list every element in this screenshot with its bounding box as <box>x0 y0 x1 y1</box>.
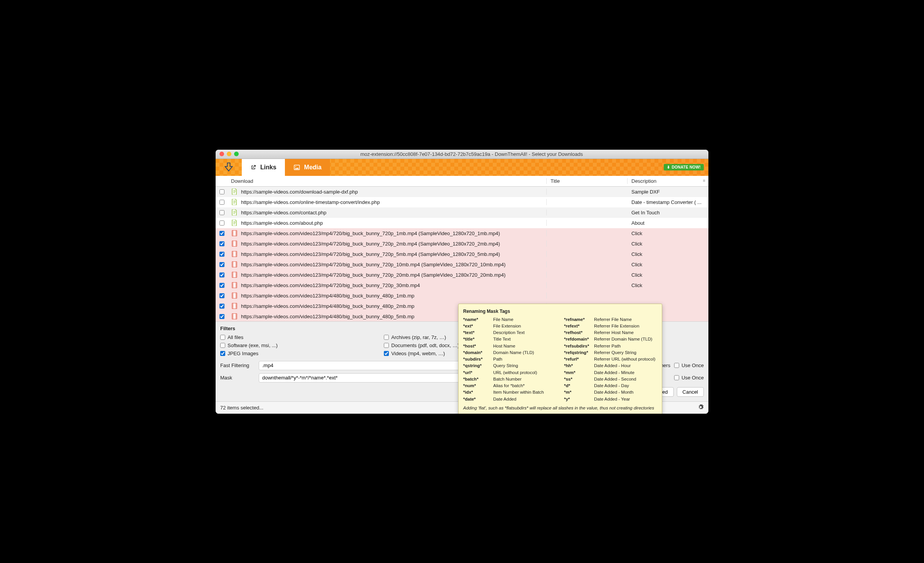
filter-checkbox[interactable] <box>220 343 225 348</box>
tooltip-tag-desc: Alias for *batch* <box>493 383 525 389</box>
tooltip-tag-desc: Domain Name (TLD) <box>493 349 534 356</box>
tooltip-tag: *y* <box>564 396 594 403</box>
tooltip-tag-desc: Referrer Host Name <box>594 329 634 336</box>
row-description: Click <box>628 231 708 236</box>
row-description: Get In Touch <box>628 210 708 216</box>
column-description-header[interactable]: Description ≡ <box>628 178 708 184</box>
filter-item[interactable]: All files <box>220 334 376 340</box>
row-url: https://sample-videos.com/video123/mp4/7… <box>241 251 500 257</box>
tooltip-tag: *refqstring* <box>564 349 594 356</box>
table-row[interactable]: https://sample-videos.com/video123/mp4/7… <box>216 259 708 270</box>
video-file-icon <box>232 292 239 299</box>
row-checkbox[interactable] <box>219 262 224 267</box>
mask-use-once-checkbox[interactable] <box>674 375 679 380</box>
table-row[interactable]: https://sample-videos.com/video123/mp4/7… <box>216 270 708 280</box>
renaming-mask-tooltip: Renaming Mask Tags *name*File Name*ext*F… <box>458 304 662 414</box>
close-window-button[interactable] <box>219 152 224 156</box>
filter-label: Videos (mp4, webm, …) <box>391 351 445 356</box>
filter-checkbox[interactable] <box>384 335 389 340</box>
row-url: https://sample-videos.com/about.php <box>241 220 323 226</box>
tooltip-tag: *num* <box>463 383 493 389</box>
fast-filter-use-once-checkbox[interactable] <box>674 363 679 368</box>
row-url: https://sample-videos.com/video123/mp4/7… <box>241 231 500 236</box>
image-icon <box>293 164 300 171</box>
row-checkbox[interactable] <box>219 293 224 298</box>
tooltip-tag: *qstring* <box>463 363 493 369</box>
download-icon: ⬇ <box>667 165 670 169</box>
row-description: Sample DXF <box>628 189 708 195</box>
row-checkbox[interactable] <box>219 189 224 194</box>
row-url: https://sample-videos.com/video123/mp4/7… <box>241 262 506 267</box>
filter-item[interactable]: Software (exe, msi, ...) <box>220 342 376 348</box>
tooltip-tag-desc: Date Added - Month <box>594 389 633 396</box>
tooltip-tag-row: *refurl*Referrer URL (without protocol) <box>564 356 657 363</box>
filter-label: Documents (pdf, odt, docx, …) <box>391 342 459 348</box>
table-row[interactable]: https://sample-videos.com/about.phpAbout <box>216 218 708 228</box>
settings-gear-icon[interactable] <box>698 404 704 411</box>
tab-media[interactable]: Media <box>285 159 330 176</box>
row-checkbox[interactable] <box>219 231 224 236</box>
row-description: Click <box>628 272 708 278</box>
row-checkbox[interactable] <box>219 272 224 277</box>
tooltip-tag: *subdirs* <box>463 356 493 363</box>
tab-links-label: Links <box>260 164 276 171</box>
tooltip-tag-desc: Date Added - Day <box>594 383 629 389</box>
table-row[interactable]: https://sample-videos.com/video123/mp4/7… <box>216 239 708 249</box>
table-row[interactable]: https://sample-videos.com/video123/mp4/7… <box>216 249 708 259</box>
tab-links[interactable]: Links <box>242 159 285 176</box>
tooltip-tag-row: *mm*Date Added - Minute <box>564 369 657 376</box>
row-url: https://sample-videos.com/video123/mp4/4… <box>241 293 414 299</box>
filter-checkbox[interactable] <box>220 335 225 340</box>
tooltip-tag: *ss* <box>564 376 594 383</box>
tooltip-tag-desc: Referrer File Name <box>594 316 632 323</box>
video-file-icon <box>232 282 239 288</box>
table-body[interactable]: https://sample-videos.com/download-sampl… <box>216 187 708 321</box>
video-file-icon <box>232 272 239 278</box>
table-row[interactable]: https://sample-videos.com/contact.phpGet… <box>216 207 708 218</box>
column-download-header[interactable]: Download <box>228 178 547 184</box>
table-row[interactable]: https://sample-videos.com/video123/mp4/4… <box>216 291 708 301</box>
minimize-window-button[interactable] <box>227 152 231 156</box>
maximize-window-button[interactable] <box>234 152 239 156</box>
table-row[interactable]: https://sample-videos.com/online-timesta… <box>216 197 708 207</box>
tooltip-tag-desc: Referrer URL (without protocol) <box>594 356 655 363</box>
tooltip-tag: *domain* <box>463 349 493 356</box>
tooltip-tag-desc: Item Number within Batch <box>493 389 544 396</box>
filter-checkbox[interactable] <box>384 343 389 348</box>
column-title-header[interactable]: Title <box>547 178 628 184</box>
tooltip-tag-row: *refdomain*Referrer Domain Name (TLD) <box>564 336 657 342</box>
cancel-button[interactable]: Cancel <box>677 387 704 397</box>
row-url: https://sample-videos.com/video123/mp4/7… <box>241 241 500 247</box>
donate-label: Donate Now! <box>672 165 701 169</box>
titlebar: moz-extension://50cc808f-7e07-134d-bd72-… <box>216 150 708 159</box>
row-checkbox[interactable] <box>219 304 224 309</box>
tooltip-tag-row: *y*Date Added - Year <box>564 396 657 403</box>
filter-item[interactable]: JPEG Images <box>220 351 376 356</box>
row-checkbox[interactable] <box>219 314 224 319</box>
row-checkbox[interactable] <box>219 210 224 215</box>
column-menu-icon[interactable]: ≡ <box>703 178 705 183</box>
tooltip-tag: *mm* <box>564 369 594 376</box>
table-row[interactable]: https://sample-videos.com/video123/mp4/7… <box>216 280 708 291</box>
tooltip-tag-row: *d*Date Added - Day <box>564 383 657 389</box>
row-checkbox[interactable] <box>219 252 224 257</box>
filter-checkbox[interactable] <box>220 351 225 356</box>
tooltip-tag: *refext* <box>564 323 594 329</box>
tabs: Links Media <box>242 159 330 176</box>
tooltip-tag-row: *batch*Batch Number <box>463 376 556 383</box>
mask-label: Mask <box>220 375 255 381</box>
filter-label: Software (exe, msi, ...) <box>228 342 278 348</box>
tooltip-tag-desc: Query String <box>493 363 518 369</box>
document-file-icon <box>232 220 239 226</box>
row-url: https://sample-videos.com/download-sampl… <box>241 189 358 195</box>
filter-checkbox[interactable] <box>384 351 389 356</box>
row-checkbox[interactable] <box>219 283 224 288</box>
table-row[interactable]: https://sample-videos.com/download-sampl… <box>216 187 708 197</box>
row-checkbox[interactable] <box>219 200 224 205</box>
tooltip-tag: *refname* <box>564 316 594 323</box>
donate-button[interactable]: ⬇ Donate Now! <box>664 164 704 170</box>
tooltip-tag-desc: Referrer Domain Name (TLD) <box>594 336 652 342</box>
row-checkbox[interactable] <box>219 241 224 246</box>
table-row[interactable]: https://sample-videos.com/video123/mp4/7… <box>216 228 708 239</box>
row-checkbox[interactable] <box>219 221 224 226</box>
